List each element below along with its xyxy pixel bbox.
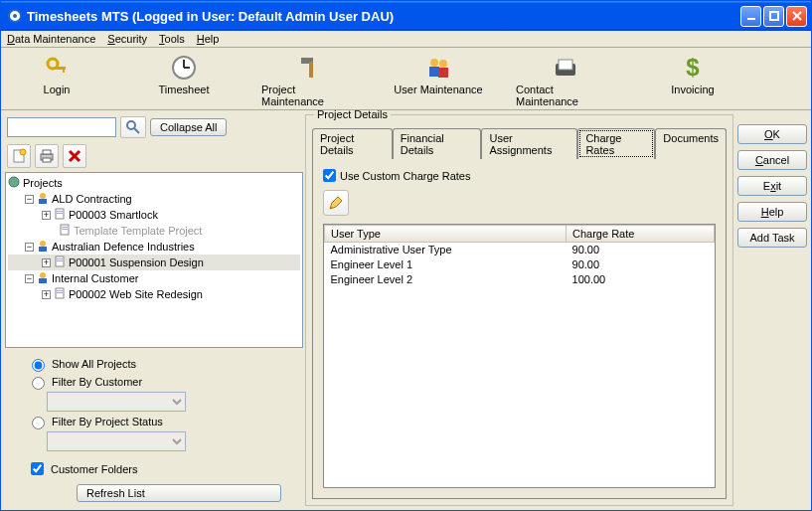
toolbar-label: Contact Maintenance <box>516 84 615 107</box>
tab-documents[interactable]: Documents <box>655 128 727 159</box>
add-task-button[interactable]: Add Task <box>737 228 807 248</box>
doc-icon <box>54 256 66 269</box>
doc-icon <box>54 208 66 222</box>
refresh-list-button[interactable]: Refresh List <box>77 484 281 502</box>
search-input[interactable] <box>7 117 116 137</box>
toolbar-invoicing[interactable]: $Invoicing <box>643 52 742 107</box>
expander-icon[interactable]: − <box>25 243 34 252</box>
svg-rect-42 <box>57 258 63 259</box>
close-button[interactable] <box>786 6 807 27</box>
expander-icon[interactable]: + <box>42 258 51 267</box>
cell-user-type: Administrative User Type <box>325 243 567 257</box>
tab-user-assignments[interactable]: User Assignments <box>481 128 577 159</box>
project-details-group: Project Details Project DetailsFinancial… <box>305 114 733 506</box>
svg-text:$: $ <box>686 54 700 81</box>
tree-node[interactable]: +P00001 Suspension Design <box>8 255 300 270</box>
exit-button[interactable]: Exit <box>737 176 807 196</box>
svg-point-14 <box>430 59 438 67</box>
toolbar-timesheet[interactable]: Timesheet <box>134 52 234 107</box>
use-custom-rates-check[interactable]: Use Custom Charge Rates <box>323 169 716 182</box>
svg-rect-27 <box>43 158 51 162</box>
expander-icon[interactable]: + <box>42 290 51 299</box>
table-row[interactable]: Administrative User Type90.00 <box>325 243 715 257</box>
toolbar-user-maintenance[interactable]: User Maintenance <box>389 52 488 107</box>
expander-icon[interactable]: + <box>42 211 51 220</box>
svg-point-31 <box>40 193 46 199</box>
svg-rect-48 <box>57 292 63 293</box>
delete-button[interactable] <box>63 144 86 168</box>
tree-node[interactable]: −ALD Contracting <box>8 191 300 207</box>
print-button[interactable] <box>35 144 59 168</box>
gear-icon <box>8 176 20 190</box>
tab-charge-rates[interactable]: Charge Rates <box>577 128 655 159</box>
svg-line-22 <box>134 128 139 133</box>
maximize-button[interactable] <box>763 6 784 27</box>
toolbar-label: Project Maintenance <box>261 84 361 107</box>
doc-icon <box>59 224 71 238</box>
window-title: Timesheets MTS (Logged in User: Default … <box>27 9 740 24</box>
toolbar-contact-maintenance[interactable]: Contact Maintenance <box>516 52 615 107</box>
collapse-all-button[interactable]: Collapse All <box>150 118 227 136</box>
menu-security[interactable]: Security <box>107 33 147 45</box>
action-buttons: OK Cancel Exit Help Add Task <box>737 114 807 506</box>
svg-rect-45 <box>39 278 47 283</box>
cancel-button[interactable]: Cancel <box>737 150 807 170</box>
svg-point-1 <box>13 14 17 18</box>
tree-node[interactable]: +P00002 Web Site Redesign <box>8 286 300 302</box>
svg-rect-32 <box>39 199 47 204</box>
tree-node[interactable]: −Internal Customer <box>8 270 300 286</box>
group-legend: Project Details <box>314 110 391 120</box>
column-header[interactable]: Charge Rate <box>567 226 715 243</box>
customer-folders-check[interactable]: Customer Folders <box>27 459 281 478</box>
main-window: Timesheets MTS (Logged in User: Default … <box>0 0 812 511</box>
new-button[interactable] <box>7 144 31 168</box>
tree-root[interactable]: Projects <box>8 175 300 191</box>
edit-rate-button[interactable] <box>323 190 349 216</box>
help-button[interactable]: Help <box>737 202 807 222</box>
toolbar-login[interactable]: Login <box>7 52 106 107</box>
filter-show-all[interactable]: Show All Projects <box>27 356 281 372</box>
tree-node[interactable]: +P00003 Smartlock <box>8 207 300 223</box>
expander-icon[interactable]: − <box>25 195 34 204</box>
rolodex-icon <box>550 52 581 84</box>
toolbar-project-maintenance[interactable]: Project Maintenance <box>261 52 361 107</box>
column-header[interactable]: User Type <box>325 226 567 243</box>
status-select[interactable] <box>47 431 186 451</box>
people-icon <box>422 52 454 84</box>
toolbar-label: Invoicing <box>671 84 714 95</box>
project-tree[interactable]: Projects−ALD Contracting+P00003 Smartloc… <box>5 172 303 348</box>
hammer-icon <box>295 52 327 84</box>
svg-rect-37 <box>62 227 68 228</box>
svg-rect-2 <box>747 18 755 20</box>
filter-by-customer[interactable]: Filter By Customer <box>27 374 281 390</box>
tree-node[interactable]: Template Template Project <box>8 223 300 239</box>
tab-project-details[interactable]: Project Details <box>312 128 393 159</box>
tab-financial-details[interactable]: Financial Details <box>393 128 482 159</box>
svg-rect-34 <box>57 211 63 212</box>
ok-button[interactable]: OK <box>737 124 807 144</box>
tree-label: P00001 Suspension Design <box>69 256 204 268</box>
minimize-button[interactable] <box>740 6 761 27</box>
svg-rect-8 <box>63 67 65 73</box>
search-button[interactable] <box>120 116 146 138</box>
menu-tools[interactable]: Tools <box>159 33 185 45</box>
titlebar: Timesheets MTS (Logged in User: Default … <box>1 1 811 31</box>
table-row[interactable]: Engineer Level 2100.00 <box>325 272 715 287</box>
filter-by-status[interactable]: Filter By Project Status <box>27 414 281 429</box>
expander-icon[interactable]: − <box>25 274 34 283</box>
menubar: Data MaintenanceSecurityToolsHelp <box>1 31 811 48</box>
toolbar-label: User Maintenance <box>394 84 482 95</box>
menu-help[interactable]: Help <box>197 33 220 45</box>
tree-node[interactable]: −Australian Defence Industries <box>8 239 300 255</box>
menu-data-maintenance[interactable]: Data Maintenance <box>7 33 95 45</box>
toolbar: LoginTimesheetProject MaintenanceUser Ma… <box>1 48 811 110</box>
cell-user-type: Engineer Level 1 <box>325 257 567 272</box>
customer-select[interactable] <box>47 392 186 412</box>
svg-rect-15 <box>429 67 439 77</box>
svg-rect-19 <box>559 60 572 70</box>
svg-rect-35 <box>57 213 63 214</box>
charge-rates-grid[interactable]: User TypeCharge Rate Administrative User… <box>323 224 716 488</box>
tree-label: P00002 Web Site Redesign <box>69 288 203 300</box>
table-row[interactable]: Engineer Level 190.00 <box>325 257 715 272</box>
svg-point-30 <box>9 177 19 187</box>
